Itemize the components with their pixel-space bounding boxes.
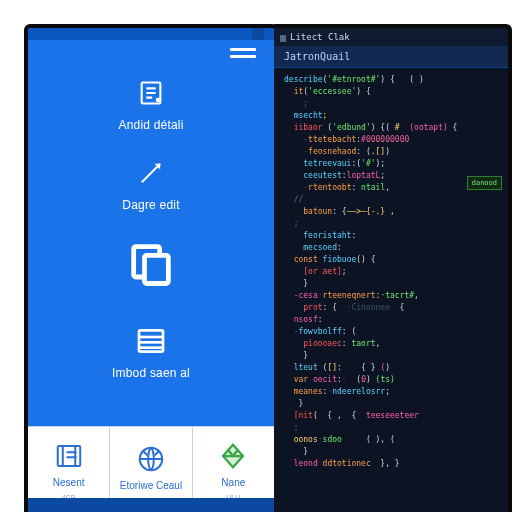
status-tag xyxy=(252,28,264,40)
diamond-icon xyxy=(218,441,248,471)
globe-icon xyxy=(136,444,166,474)
code-area[interactable]: describe('#etnroot#') { ( ) it('eccessee… xyxy=(274,68,508,476)
sidebar-item-detail[interactable]: Andid détali xyxy=(28,66,274,146)
sidebar-item-label: Dagre edit xyxy=(122,198,179,212)
status-bar xyxy=(28,28,274,40)
editor-tab[interactable]: JatronQuail xyxy=(274,46,508,68)
sidebar-item-edit[interactable]: Dagre edit xyxy=(28,146,274,226)
book-icon: ▥ xyxy=(280,32,286,43)
svg-rect-12 xyxy=(62,446,80,466)
window-titlebar: ▥ Litect Clak xyxy=(274,28,508,46)
pencil-icon xyxy=(134,156,168,190)
svg-rect-6 xyxy=(145,255,169,283)
menu-button[interactable] xyxy=(28,40,274,62)
sidebar-item-label: Imbod saen al xyxy=(112,366,190,380)
recent-icon xyxy=(54,441,84,471)
sidebar-item-copy[interactable] xyxy=(28,226,274,314)
list-icon xyxy=(134,324,168,358)
detail-icon xyxy=(134,76,168,110)
tile-label: Nane xyxy=(221,477,245,488)
svg-point-4 xyxy=(156,98,161,103)
code-editor-window: ▥ Litect Clak JatronQuail describe('#etn… xyxy=(274,24,512,512)
tile-label: Nesent xyxy=(53,477,85,488)
inline-badge: danood xyxy=(467,176,502,190)
sidebar-item-label: Andid détali xyxy=(118,118,183,132)
tile-label: Etoriwe Ceaul xyxy=(120,480,182,491)
sidebar-item-list[interactable]: Imbod saen al xyxy=(28,314,274,394)
sidebar-menu: Andid détali Dagre edit xyxy=(28,62,274,402)
copy-icon xyxy=(123,236,179,292)
tab-label: JatronQuail xyxy=(284,51,350,62)
device-footer xyxy=(28,498,274,512)
svg-rect-11 xyxy=(57,446,75,466)
sidebar-panel: Andid détali Dagre edit xyxy=(24,24,278,512)
window-title: Litect Clak xyxy=(290,32,350,42)
